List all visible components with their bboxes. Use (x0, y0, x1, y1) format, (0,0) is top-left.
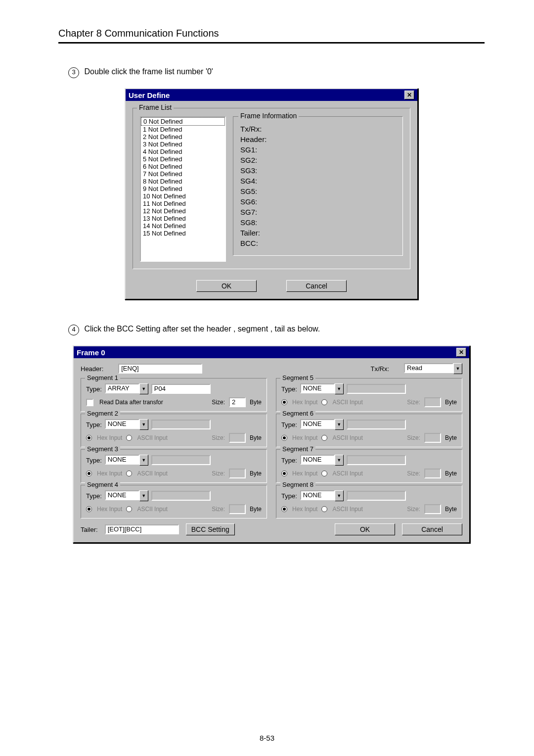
size-label: Size: (212, 506, 225, 513)
radio-hex (281, 471, 287, 476)
list-item[interactable]: 10 Not Defined (141, 192, 225, 200)
frame-list-box[interactable]: 0 Not Defined1 Not Defined2 Not Defined3… (140, 116, 226, 262)
ok-button[interactable]: OK (335, 523, 395, 535)
type-select[interactable]: NONE ▼ (300, 419, 344, 430)
size-label: Size: (212, 470, 225, 477)
list-item[interactable]: 14 Not Defined (141, 222, 225, 230)
segment-value-input (151, 491, 211, 501)
close-icon[interactable]: ✕ (456, 348, 466, 357)
chevron-down-icon[interactable]: ▼ (139, 419, 148, 430)
size-input (229, 469, 246, 478)
type-label: Type: (86, 492, 102, 500)
dialog2-titlebar[interactable]: Frame 0 ✕ (74, 346, 469, 358)
segment-legend: Segment 5 (280, 374, 315, 381)
list-item[interactable]: 0 Not Defined (141, 117, 225, 126)
cancel-button[interactable]: Cancel (402, 523, 462, 535)
type-label: Type: (281, 421, 297, 428)
segment-value-input (347, 491, 406, 501)
list-item[interactable]: 5 Not Defined (141, 155, 225, 163)
type-label: Type: (86, 457, 102, 464)
list-item[interactable]: 13 Not Defined (141, 215, 225, 222)
size-label: Size: (407, 399, 420, 406)
radio-ascii (126, 506, 132, 512)
bcc-setting-button[interactable]: BCC Setting (186, 523, 235, 535)
cancel-button[interactable]: Cancel (286, 280, 347, 292)
segment-legend: Segment 8 (280, 481, 315, 488)
tailer-input[interactable]: [EOT][BCC] (105, 524, 179, 534)
dialog1-titlebar[interactable]: User Define ✕ (126, 89, 417, 101)
type-label: Type: (281, 385, 297, 393)
frame-list-group: Frame List 0 Not Defined1 Not Defined2 N… (133, 108, 410, 269)
size-label: Size: (212, 399, 225, 406)
ok-button[interactable]: OK (196, 280, 257, 292)
txrx-select[interactable]: Read ▼ (404, 363, 462, 374)
header-input[interactable]: [ENQ] (118, 364, 202, 374)
list-item[interactable]: 4 Not Defined (141, 148, 225, 155)
step-3-text: Double click the frame list number '0' (84, 67, 213, 76)
size-label: Size: (407, 470, 420, 477)
list-item[interactable]: 15 Not Defined (141, 230, 225, 237)
list-item[interactable]: 7 Not Defined (141, 170, 225, 178)
radio-hex (86, 506, 92, 512)
list-item[interactable]: 9 Not Defined (141, 185, 225, 192)
ascii-label: ASCII Input (137, 470, 167, 477)
byte-label: Byte (445, 399, 457, 406)
type-select[interactable]: NONE ▼ (300, 490, 344, 501)
info-row: BCC: (240, 239, 396, 247)
txrx-label: Tx/Rx: (370, 365, 389, 373)
size-label: Size: (407, 506, 420, 513)
ascii-label: ASCII Input (332, 434, 362, 441)
radio-hex (86, 435, 92, 441)
type-select[interactable]: NONE ▼ (105, 455, 148, 466)
chevron-down-icon[interactable]: ▼ (335, 383, 344, 394)
frame-info-group: Frame Information Tx/Rx:Header:SG1:SG2:S… (233, 116, 403, 256)
chevron-down-icon[interactable]: ▼ (139, 383, 148, 394)
segment-group: Segment 4 Type: NONE ▼ Hex Input ASCII I… (81, 485, 267, 519)
step-3-number: 3 (68, 67, 79, 78)
radio-ascii (321, 506, 327, 512)
dialog1-title: User Define (129, 91, 170, 99)
size-input[interactable]: 2 (229, 397, 246, 407)
list-item[interactable]: 1 Not Defined (141, 126, 225, 133)
type-label: Type: (86, 385, 102, 393)
list-item[interactable]: 8 Not Defined (141, 178, 225, 185)
chapter-rule (58, 42, 485, 44)
hex-label: Hex Input (97, 506, 122, 513)
segment-group: Segment 7 Type: NONE ▼ Hex Input ASCII I… (276, 449, 462, 483)
chevron-down-icon[interactable]: ▼ (139, 455, 148, 466)
byte-label: Byte (250, 506, 262, 513)
list-item[interactable]: 6 Not Defined (141, 163, 225, 170)
hex-label: Hex Input (292, 434, 317, 441)
tailer-label: Tailer: (81, 526, 98, 533)
hex-label: Hex Input (292, 506, 317, 513)
type-select[interactable]: NONE ▼ (105, 490, 148, 501)
info-row: SG3: (240, 166, 396, 175)
step-3: 3 Double click the frame list number '0' (68, 67, 485, 78)
chevron-down-icon[interactable]: ▼ (335, 455, 344, 466)
byte-label: Byte (250, 470, 262, 477)
chevron-down-icon[interactable]: ▼ (139, 490, 148, 501)
list-item[interactable]: 11 Not Defined (141, 200, 225, 207)
list-item[interactable]: 3 Not Defined (141, 141, 225, 148)
checkbox[interactable] (86, 399, 93, 406)
frame-list-legend: Frame List (137, 103, 174, 111)
type-select[interactable]: ARRAY ▼ (105, 383, 148, 394)
type-select[interactable]: NONE ▼ (300, 455, 344, 466)
chevron-down-icon[interactable]: ▼ (335, 490, 344, 501)
info-row: SG6: (240, 197, 396, 206)
info-row: SG7: (240, 208, 396, 216)
chevron-down-icon[interactable]: ▼ (335, 419, 344, 430)
segment-value-input[interactable]: P04 (151, 384, 211, 394)
radio-ascii (126, 471, 132, 476)
byte-label: Byte (250, 434, 262, 441)
size-input (424, 469, 441, 478)
byte-label: Byte (445, 506, 457, 513)
frame-info-legend: Frame Information (238, 112, 299, 120)
type-select[interactable]: NONE ▼ (300, 383, 344, 394)
type-select[interactable]: NONE ▼ (105, 419, 148, 430)
segment-group: Segment 6 Type: NONE ▼ Hex Input ASCII I… (276, 414, 462, 447)
list-item[interactable]: 12 Not Defined (141, 207, 225, 215)
chevron-down-icon[interactable]: ▼ (453, 363, 462, 374)
close-icon[interactable]: ✕ (404, 91, 414, 99)
list-item[interactable]: 2 Not Defined (141, 133, 225, 141)
